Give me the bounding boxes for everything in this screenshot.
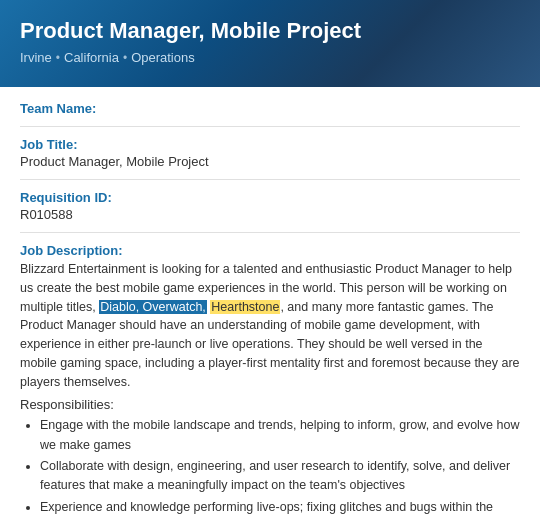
- description-block: Job Description: Blizzard Entertainment …: [20, 243, 520, 518]
- divider-3: [20, 232, 520, 233]
- team-name-label: Team Name:: [20, 101, 520, 116]
- highlight-hearthstone: Hearthstone: [210, 300, 280, 314]
- list-item: Experience and knowledge performing live…: [40, 498, 520, 518]
- requisition-block: Requisition ID: R010588: [20, 190, 520, 222]
- responsibilities-title: Responsibilities:: [20, 397, 520, 412]
- job-title-value: Product Manager, Mobile Project: [20, 154, 520, 169]
- team-name-block: Team Name:: [20, 101, 520, 116]
- page-title: Product Manager, Mobile Project: [20, 18, 520, 44]
- description-paragraph: Blizzard Entertainment is looking for a …: [20, 260, 520, 391]
- breadcrumb-location: Irvine: [20, 50, 52, 65]
- divider-1: [20, 126, 520, 127]
- breadcrumb-sep1: •: [56, 51, 60, 65]
- requisition-label: Requisition ID:: [20, 190, 520, 205]
- header-banner: Product Manager, Mobile Project Irvine •…: [0, 0, 540, 87]
- divider-2: [20, 179, 520, 180]
- responsibilities-list: Engage with the mobile landscape and tre…: [20, 416, 520, 518]
- breadcrumb-sep2: •: [123, 51, 127, 65]
- list-item: Engage with the mobile landscape and tre…: [40, 416, 520, 455]
- job-title-block: Job Title: Product Manager, Mobile Proje…: [20, 137, 520, 169]
- breadcrumb: Irvine • California • Operations: [20, 50, 520, 65]
- requisition-value: R010588: [20, 207, 520, 222]
- breadcrumb-department: Operations: [131, 50, 195, 65]
- highlight-diablo-overwatch: Diablo, Overwatch,: [99, 300, 207, 314]
- content-area: Team Name: Job Title: Product Manager, M…: [0, 87, 540, 518]
- description-label: Job Description:: [20, 243, 520, 258]
- list-item: Collaborate with design, engineering, an…: [40, 457, 520, 496]
- job-title-label: Job Title:: [20, 137, 520, 152]
- breadcrumb-region: California: [64, 50, 119, 65]
